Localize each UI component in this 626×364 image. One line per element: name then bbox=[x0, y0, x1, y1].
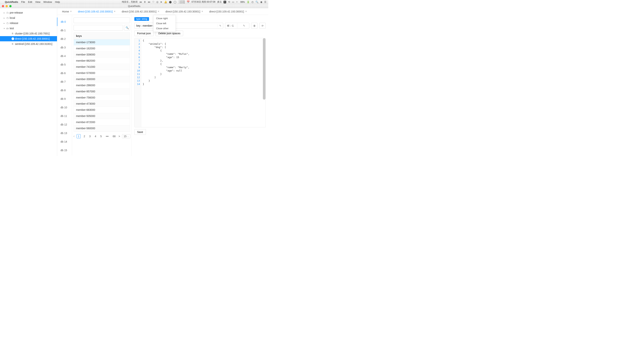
traffic-minimize-icon[interactable] bbox=[5, 5, 8, 7]
key-row[interactable]: member-957000 bbox=[74, 88, 130, 95]
close-icon[interactable]: ✕ bbox=[201, 10, 203, 13]
page-prev-icon[interactable]: < bbox=[73, 135, 75, 138]
menu-window[interactable]: Window bbox=[43, 0, 52, 3]
prev-track-icon[interactable]: ⏮ bbox=[139, 0, 142, 3]
siri-icon[interactable]: ◉ bbox=[260, 0, 262, 3]
db-item[interactable]: db 5 bbox=[57, 60, 72, 69]
db-item[interactable]: db 4 bbox=[57, 52, 72, 60]
spiral-icon[interactable]: ◎ bbox=[156, 0, 158, 3]
db-item[interactable]: db 14 bbox=[57, 137, 72, 146]
tree-connection-direct[interactable]: ✓ direct-[150.109.42.193:30001] bbox=[0, 36, 57, 41]
format-json-button[interactable]: Format json bbox=[134, 31, 154, 36]
key-row[interactable]: member-173000 bbox=[74, 39, 130, 45]
page-number[interactable]: 4 bbox=[93, 134, 97, 138]
tree-folder-test[interactable]: ▾ 🗁 test bbox=[0, 26, 57, 31]
db-item[interactable]: db 3 bbox=[57, 43, 72, 52]
clock-icon[interactable]: ◴ bbox=[251, 0, 254, 3]
tree-folder-local[interactable]: ▸ 🗀 local bbox=[0, 15, 57, 20]
spotlight-icon[interactable]: 🔍 bbox=[255, 0, 258, 3]
ctx-close-left[interactable]: Close left bbox=[154, 21, 175, 26]
db-item[interactable]: db 10 bbox=[57, 103, 72, 112]
page-next-icon[interactable]: > bbox=[118, 135, 120, 138]
page-number[interactable]: 5 bbox=[99, 134, 103, 138]
pause-icon[interactable]: ⏸ bbox=[144, 0, 146, 3]
key-row[interactable]: member-683000 bbox=[74, 107, 130, 113]
input-method-icon[interactable]: A bbox=[224, 1, 226, 3]
tab-connection[interactable]: direct-[150.109.42.193:30001] ✕ bbox=[206, 8, 250, 15]
search-button[interactable]: 🔍 bbox=[124, 25, 130, 31]
send-icon[interactable]: ➤ bbox=[160, 0, 162, 3]
control-center-icon[interactable]: ☰ bbox=[264, 0, 266, 3]
menu-file[interactable]: File bbox=[21, 0, 25, 3]
app-name[interactable]: QuickRedis bbox=[5, 0, 18, 3]
bell-icon[interactable]: 🔔 bbox=[164, 0, 167, 3]
close-icon[interactable]: ✕ bbox=[70, 10, 72, 13]
heart-icon[interactable]: ♡ bbox=[152, 0, 155, 3]
edit-ttl-icon[interactable]: ✎ bbox=[237, 23, 249, 29]
page-number[interactable]: 3 bbox=[88, 134, 92, 138]
key-row[interactable]: member-505000 bbox=[74, 113, 130, 119]
menu-view[interactable]: View bbox=[35, 0, 40, 3]
key-filter-input-1[interactable] bbox=[74, 17, 130, 23]
db-item[interactable]: db 0 bbox=[57, 17, 72, 26]
key-row[interactable]: member-339000 bbox=[74, 52, 130, 58]
page-last[interactable]: 68 bbox=[112, 134, 117, 138]
calendar-icon[interactable]: 📅 bbox=[187, 0, 190, 3]
save-button[interactable]: Save bbox=[134, 129, 146, 135]
db-item[interactable]: db 7 bbox=[57, 77, 72, 86]
ctx-close-other[interactable]: Close other bbox=[154, 26, 175, 31]
ctx-close-right[interactable]: Close right bbox=[154, 16, 175, 21]
delete-key-button[interactable]: 🗑 bbox=[251, 23, 257, 29]
tab-connection[interactable]: direct-[150.109.42.193:30001] ✕ bbox=[119, 8, 162, 15]
page-ellipsis[interactable]: ••• bbox=[105, 134, 110, 138]
key-row[interactable]: member-756000 bbox=[74, 95, 130, 101]
menu-edit[interactable]: Edit bbox=[28, 0, 32, 3]
db-item[interactable]: db 11 bbox=[57, 112, 72, 120]
db-item[interactable]: db 15 bbox=[57, 146, 72, 154]
traffic-close-icon[interactable] bbox=[2, 5, 4, 7]
key-row[interactable]: member-741000 bbox=[74, 64, 130, 70]
next-track-icon[interactable]: ⏭ bbox=[148, 0, 150, 3]
tree-connection-sentinel[interactable]: 🗎 sentinel-[150.109.42.193:31001] bbox=[0, 41, 57, 46]
key-row[interactable]: member-286000 bbox=[74, 82, 130, 88]
sync-icon[interactable]: ⟲ bbox=[228, 0, 230, 3]
key-row[interactable]: member-473000 bbox=[74, 101, 130, 107]
tree-folder-release[interactable]: ▸ 🗀 release bbox=[0, 20, 57, 26]
page-number[interactable]: 1 bbox=[77, 134, 81, 138]
editor-code[interactable]: { "animals": { "dog": [ { "name": "Rufus… bbox=[141, 38, 191, 127]
traffic-zoom-icon[interactable] bbox=[9, 5, 11, 7]
wifi-icon[interactable]: ᯤ bbox=[236, 0, 238, 3]
close-icon[interactable]: ✕ bbox=[157, 10, 159, 13]
key-row[interactable]: member-330000 bbox=[74, 76, 130, 82]
key-row[interactable]: member-882000 bbox=[74, 58, 130, 64]
db-item[interactable]: db 6 bbox=[57, 69, 72, 77]
battery-icon[interactable]: 🔋 bbox=[247, 0, 250, 3]
key-row[interactable]: member-162000 bbox=[74, 45, 130, 52]
tab-home[interactable]: Home ✕ bbox=[59, 8, 75, 15]
editor-scrollbar[interactable] bbox=[263, 38, 266, 100]
db-item[interactable]: db 2 bbox=[57, 35, 72, 43]
key-filter-input-2[interactable] bbox=[74, 25, 123, 31]
tree-folder-pre-release[interactable]: ▸ 🗀 pre-release bbox=[0, 10, 57, 15]
close-icon[interactable]: ✕ bbox=[114, 10, 116, 13]
mic-icon[interactable]: ⬤ bbox=[169, 0, 172, 3]
key-row[interactable]: member-560000 bbox=[74, 125, 130, 131]
tree-connection-cluster[interactable]: 🗎 cluster-[150.109.42.193:7001] bbox=[0, 31, 57, 36]
json-editor[interactable]: 1234567891011121314 { "animals": { "dog"… bbox=[134, 38, 266, 127]
tab-connection[interactable]: direct-[150.109.42.193:30001] ✕ bbox=[162, 8, 206, 15]
close-icon[interactable]: ✕ bbox=[245, 10, 247, 13]
db-item[interactable]: db 13 bbox=[57, 129, 72, 137]
tab-connection[interactable]: direct-[150.109.42.193:30001] ✕ bbox=[75, 8, 119, 15]
key-row[interactable]: member-570000 bbox=[74, 70, 130, 76]
key-row[interactable]: member-872000 bbox=[74, 119, 130, 125]
key-input[interactable] bbox=[135, 24, 217, 27]
display-icon[interactable]: ▭ bbox=[232, 0, 234, 3]
refresh-button[interactable]: ⟳ bbox=[259, 23, 266, 29]
page-number[interactable]: 2 bbox=[82, 134, 86, 138]
menu-help[interactable]: Help bbox=[55, 0, 60, 3]
circle-icon[interactable]: ◯ bbox=[174, 0, 176, 3]
db-item[interactable]: db 1 bbox=[57, 26, 72, 35]
db-item[interactable]: db 12 bbox=[57, 120, 72, 129]
edit-key-icon[interactable]: ✎ bbox=[217, 24, 223, 27]
page-size-select[interactable]: 15 ⌄ bbox=[122, 134, 131, 138]
